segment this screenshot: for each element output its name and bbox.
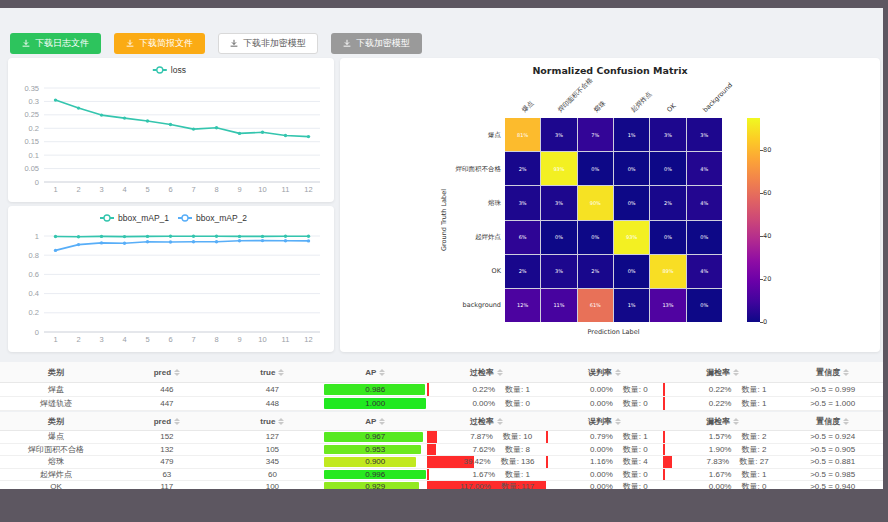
svg-text:8: 8 (214, 185, 218, 194)
column-header-ap[interactable]: AP (323, 368, 427, 377)
column-header-pred[interactable]: pred (112, 368, 221, 377)
download-encrypted-model-button[interactable]: 下载加密模型 (331, 33, 422, 54)
data-point (146, 240, 149, 243)
data-point (123, 235, 126, 238)
sort-icon (615, 369, 621, 376)
download-unencrypted-model-button[interactable]: 下载非加密模型 (218, 33, 318, 54)
column-header-confidence[interactable]: 置信度 (782, 416, 883, 427)
svg-text:loss: loss (171, 65, 186, 75)
cm-cell-3-5: 0% (687, 221, 722, 254)
over-rate-quantity: 数量: 1 (505, 469, 530, 480)
cm-cell-0-2: 7% (578, 118, 613, 151)
column-header-label: 类别 (48, 367, 64, 378)
column-header-true[interactable]: true (222, 368, 324, 377)
cell-miss-rate: 1.90%数量: 2 (663, 444, 782, 456)
column-header-label: 漏检率 (706, 416, 730, 427)
svg-text:6: 6 (168, 185, 172, 194)
cell-miss-rate: 7.83%数量: 27 (663, 456, 782, 468)
cell-true: 447 (222, 383, 324, 396)
download-report-button[interactable]: 下载简报文件 (114, 33, 205, 54)
miss-rate-percent: 1.67% (679, 470, 731, 479)
ap-value: 0.986 (365, 385, 385, 394)
svg-text:0.2: 0.2 (29, 124, 39, 133)
misjudge-rate-percent: 0.00% (561, 445, 613, 454)
column-header-miss-rate[interactable]: 漏检率 (663, 416, 782, 427)
over-rate-quantity: 数量: 136 (501, 456, 535, 467)
column-header-over-rate[interactable]: 过检率 (427, 416, 545, 427)
button-label: 下载非加密模型 (243, 37, 306, 50)
data-point (77, 235, 80, 238)
cm-cell-4-2: 2% (578, 255, 613, 288)
download-log-button[interactable]: 下载日志文件 (10, 33, 101, 54)
sort-icon (497, 418, 503, 425)
table-header-row: 类别predtrueAP过检率误判率漏检率置信度 (0, 362, 883, 383)
cell-true: 127 (222, 431, 324, 443)
ap-value: 0.900 (365, 457, 385, 466)
cm-row-label: background (340, 301, 501, 309)
over-rate-percent: 39.42% (439, 457, 491, 466)
column-header-misjudge-rate[interactable]: 误判率 (546, 416, 663, 427)
data-point (238, 239, 241, 242)
cm-cell-3-3: 93% (614, 221, 649, 254)
cm-cell-4-4: 89% (650, 255, 685, 288)
cm-cell-5-4: 13% (650, 289, 685, 322)
legend-item-bbox_mAP_1[interactable]: bbox_mAP_1 (100, 213, 169, 223)
cell-ap: 0.996 (323, 469, 427, 481)
data-point (146, 235, 149, 238)
over-rate-percent: 7.62% (443, 445, 495, 454)
cm-cell-4-3: 0% (614, 255, 649, 288)
cm-col-label: 焊印面积不合格 (557, 76, 595, 114)
cm-cell-5-5: 0% (687, 289, 722, 322)
column-header-pred[interactable]: pred (112, 417, 221, 426)
ap-value: 0.967 (365, 432, 385, 441)
cm-col-label: 起焊炸点 (629, 90, 653, 114)
svg-text:4: 4 (122, 185, 126, 194)
cm-cell-4-1: 3% (541, 255, 576, 288)
column-header-miss-rate[interactable]: 漏检率 (663, 367, 782, 378)
legend-item-bbox_mAP_2[interactable]: bbox_mAP_2 (178, 213, 247, 223)
cm-cell-5-3: 1% (614, 289, 649, 322)
over-rate-percent: 7.87% (441, 432, 493, 441)
svg-text:0: 0 (35, 328, 39, 337)
misjudge-rate-bar (546, 431, 548, 443)
cell-pred: 479 (112, 456, 221, 468)
cell-over-rate: 0.00%数量: 0 (427, 397, 545, 410)
misjudge-rate-quantity: 数量: 0 (623, 469, 648, 480)
column-header-true[interactable]: true (222, 417, 324, 426)
svg-text:12: 12 (304, 185, 312, 194)
cm-cell-5-1: 11% (541, 289, 576, 322)
column-header-over-rate[interactable]: 过检率 (427, 367, 545, 378)
cm-cell-3-4: 0% (650, 221, 685, 254)
cell-class: 爆点 (0, 431, 112, 443)
confusion-matrix-grid: 81%3%7%1%3%3%2%93%0%0%0%4%3%3%90%0%2%4%6… (505, 118, 722, 322)
misjudge-rate-quantity: 数量: 4 (623, 456, 648, 467)
data-point (284, 235, 287, 238)
over-rate-percent: 0.00% (443, 399, 495, 408)
column-header-label: 类别 (48, 416, 64, 427)
column-header-label: 漏检率 (706, 367, 730, 378)
miss-rate-bar (663, 431, 665, 443)
data-point (284, 134, 287, 137)
miss-rate-percent: 0.22% (679, 385, 731, 394)
svg-text:5: 5 (145, 335, 149, 344)
data-point (261, 239, 264, 242)
column-header-confidence[interactable]: 置信度 (782, 367, 883, 378)
over-rate-bar (427, 383, 429, 396)
svg-text:6: 6 (168, 335, 172, 344)
button-label: 下载加密模型 (356, 37, 410, 50)
column-header-label: 误判率 (588, 367, 612, 378)
sort-icon (174, 369, 180, 376)
cell-over-rate: 1.67%数量: 1 (427, 469, 545, 481)
column-header-ap[interactable]: AP (323, 417, 427, 426)
data-point (100, 235, 103, 238)
cell-class: 焊盘 (0, 383, 112, 396)
legend-item-loss[interactable]: loss (153, 65, 186, 75)
data-point (123, 116, 126, 119)
map-chart: 00.20.40.60.81123456789101112bbox_mAP_1b… (8, 206, 334, 352)
miss-rate-quantity: 数量: 1 (741, 398, 766, 409)
cell-class: 焊缝轨迹 (0, 397, 112, 410)
svg-text:7: 7 (191, 185, 195, 194)
column-header-misjudge-rate[interactable]: 误判率 (546, 367, 663, 378)
svg-text:12: 12 (304, 335, 312, 344)
cm-row-label: 焊印面积不合格 (340, 165, 501, 174)
